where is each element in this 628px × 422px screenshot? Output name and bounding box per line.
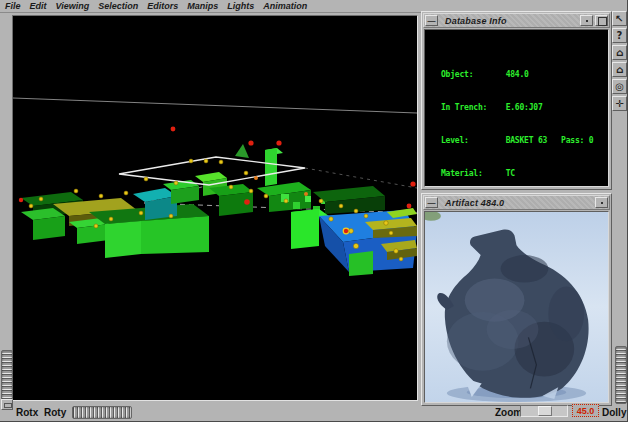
zoom-slider[interactable]: [520, 405, 568, 417]
scene-3d-viewport[interactable]: [12, 15, 418, 401]
database-info-content: Object: 484.0 In Trench: E.60:J07 Level:…: [424, 29, 609, 187]
minimize-icon[interactable]: —: [425, 197, 438, 208]
jug-photo-image: [425, 212, 608, 402]
home-icon[interactable]: ⌂: [612, 45, 627, 60]
artifact-photo[interactable]: [424, 211, 609, 403]
seek-icon[interactable]: ✛: [612, 96, 627, 111]
roty-thumbwheel[interactable]: [72, 406, 132, 419]
rotx-label: Rotx: [16, 407, 38, 418]
roty-label: Roty: [44, 407, 66, 418]
menu-editors[interactable]: Editors: [147, 1, 178, 11]
help-icon[interactable]: ?: [612, 28, 627, 43]
database-record: Object: 484.0 In Trench: E.60:J07 Level:…: [441, 47, 609, 187]
artifact-window: — Artifact 484.0: [421, 193, 612, 406]
excavation-3d-scene: [13, 16, 417, 400]
rotx-thumbwheel[interactable]: [1, 350, 13, 404]
db-line-trench: In Trench: E.60:J07: [441, 102, 609, 113]
view-all-icon[interactable]: ◎: [612, 79, 627, 94]
set-home-icon[interactable]: ⌂: [612, 62, 627, 77]
database-info-window: — Database Info Object: 484.0 In Trench:…: [421, 11, 612, 190]
artifact-title: Artifact 484.0: [445, 198, 504, 208]
menu-selection[interactable]: Selection: [98, 1, 138, 11]
menu-manips[interactable]: Manips: [187, 1, 218, 11]
dolly-label: Dolly: [602, 407, 626, 418]
db-line-material: Material: TC: [441, 168, 609, 179]
menu-animation[interactable]: Animation: [263, 1, 307, 11]
window-menu-icon[interactable]: [595, 197, 608, 208]
pick-icon[interactable]: ↖: [612, 11, 627, 26]
db-line-level: Level: BASKET 63 Pass: 0: [441, 135, 609, 146]
zoom-label: Zoom: [495, 407, 522, 418]
zoom-value-field[interactable]: 45.0: [572, 404, 599, 417]
menu-viewing[interactable]: Viewing: [56, 1, 90, 11]
viewer-toolbar: ↖ ? ⌂ ⌂ ◎ ✛: [612, 11, 628, 113]
maximize-icon[interactable]: [595, 15, 608, 26]
database-info-titlebar[interactable]: — Database Info: [423, 13, 610, 28]
minimize-icon[interactable]: —: [425, 15, 438, 26]
menu-lights[interactable]: Lights: [227, 1, 254, 11]
window-menu-icon[interactable]: [580, 15, 593, 26]
menu-file[interactable]: File: [5, 1, 21, 11]
dolly-thumbwheel[interactable]: [615, 346, 627, 404]
viewer-mini-button[interactable]: [1, 399, 13, 410]
db-line-object: Object: 484.0: [441, 69, 609, 80]
application-window: File Edit Viewing Selection Editors Mani…: [0, 0, 628, 422]
menu-edit[interactable]: Edit: [30, 1, 47, 11]
bottom-control-bar: Rotx Roty Zoom 45.0 Dolly: [0, 402, 628, 422]
database-info-title: Database Info: [445, 16, 507, 26]
artifact-titlebar[interactable]: — Artifact 484.0: [423, 195, 610, 210]
zoom-slider-thumb[interactable]: [538, 406, 552, 416]
